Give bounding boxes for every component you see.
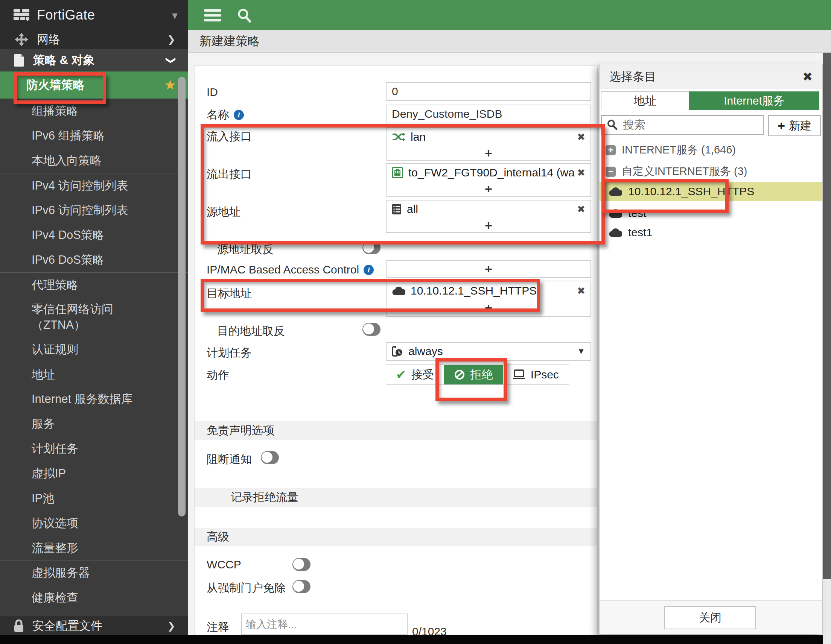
group-internet-services[interactable]: + INTERNET服务 (1,646) xyxy=(600,141,822,159)
advanced-section-header: 高级 xyxy=(194,528,597,546)
cloud-icon xyxy=(608,186,622,196)
source-negate-label: 源地址取反 xyxy=(217,242,274,257)
comments-field[interactable] xyxy=(241,614,408,634)
sidebar-item-schedules[interactable]: 计划任务 xyxy=(0,436,188,461)
sidebar-item-network[interactable]: 网络 ❯ xyxy=(0,30,188,49)
list-item-selected-service[interactable]: 10.10.12.1_SSH_HTTPS xyxy=(600,182,822,201)
menu-button[interactable] xyxy=(204,9,221,24)
remove-icon[interactable]: ✖ xyxy=(577,167,585,179)
dest-negate-toggle[interactable] xyxy=(363,323,380,336)
sidebar-item-ipv6-acl[interactable]: IPv6 访问控制列表 xyxy=(0,198,188,223)
add-entry-button[interactable]: + xyxy=(387,218,591,233)
destination-address-box: 10.10.12.1_SSH_HTTPS ✖ + xyxy=(386,281,591,317)
sidebar-item-ipv6-multicast-policy[interactable]: IPv6 组播策略 xyxy=(0,123,188,148)
id-field[interactable] xyxy=(386,82,591,101)
destination-address-label: 目标地址 xyxy=(207,286,252,301)
search-input[interactable] xyxy=(622,118,758,132)
list-item-test[interactable]: test xyxy=(600,204,822,223)
sidebar-item-health-check[interactable]: 健康检查 xyxy=(0,585,188,610)
sidebar-item-ipv6-dos-policy[interactable]: IPv6 DoS策略 xyxy=(0,248,188,272)
sidebar-item-addresses[interactable]: 地址 xyxy=(0,362,188,387)
sidebar-item-policy-objects[interactable]: 策略 & 对象 ❯ xyxy=(0,49,188,72)
deny-icon xyxy=(454,369,465,380)
block-notify-toggle[interactable] xyxy=(261,451,279,464)
group-custom-internet-services[interactable]: − 自定义INTERNET服务 (3) xyxy=(600,162,822,181)
close-button[interactable]: 关闭 xyxy=(664,606,756,629)
fortigate-logo-icon xyxy=(13,8,30,22)
list-item-test1[interactable]: test1 xyxy=(600,223,822,242)
close-icon[interactable]: ✖ xyxy=(802,70,813,84)
sidebar-item-traffic-shaping[interactable]: 流量整形 xyxy=(0,536,188,560)
sidebar-item-ztna[interactable]: 零信任网络访问（ZTNA） xyxy=(0,297,188,337)
remove-icon[interactable]: ✖ xyxy=(577,131,585,143)
expand-icon[interactable]: + xyxy=(606,145,616,155)
sidebar-item-virtual-server[interactable]: 虚拟服务器 xyxy=(0,560,188,585)
check-icon: ✔ xyxy=(396,367,406,382)
brand[interactable]: FortiGate ▾ xyxy=(0,0,188,30)
sidebar-item-protocol-options[interactable]: 协议选项 xyxy=(0,511,188,536)
incoming-interface-label: 流入接口 xyxy=(207,129,252,145)
cloud-icon xyxy=(608,227,622,237)
tab-internet-service[interactable]: Internet服务 xyxy=(689,91,819,110)
plus-icon: + xyxy=(778,119,785,133)
sidebar-item-internet-service-db[interactable]: Internet 服务数据库 xyxy=(0,387,188,412)
dropdown-caret-icon: ▼ xyxy=(577,347,585,356)
sidebar-item-security-profiles[interactable]: 安全配置文件 ❯ xyxy=(0,616,188,636)
sidebar-item-label: 安全配置文件 xyxy=(32,618,102,634)
schedule-label: 计划任务 xyxy=(207,345,252,361)
sidebar-item-multicast-policy[interactable]: 组播策略 xyxy=(0,99,188,123)
schedule-clock-icon xyxy=(392,346,403,357)
add-entry-button[interactable]: + xyxy=(387,181,591,196)
captive-exempt-toggle[interactable] xyxy=(293,580,310,593)
ethernet-port-icon xyxy=(392,167,403,178)
add-entry-button[interactable]: + xyxy=(387,146,591,161)
add-entry-button[interactable]: + xyxy=(387,300,591,315)
chevron-right-icon: ❯ xyxy=(167,34,175,46)
ipmac-box: + xyxy=(386,260,591,278)
caret-down-icon[interactable]: ▾ xyxy=(172,9,178,22)
sidebar-item-ipv4-acl[interactable]: IPv4 访问控制列表 xyxy=(0,173,188,198)
wccp-toggle[interactable] xyxy=(293,558,310,571)
outgoing-interface-entry[interactable]: to_FW2_FGT90D_internal14 (wa ✖ xyxy=(387,164,591,181)
source-address-entry[interactable]: all ✖ xyxy=(387,200,591,218)
sidebar-item-firewall-policy[interactable]: 防火墙策略 ★ xyxy=(0,72,188,99)
action-deny-button[interactable]: 拒绝 xyxy=(444,365,503,385)
panel-header: 选择条目 ✖ xyxy=(600,64,822,89)
action-accept-button[interactable]: ✔ 接受 xyxy=(386,365,444,385)
wccp-label: WCCP xyxy=(207,558,241,571)
remove-icon[interactable]: ✖ xyxy=(577,204,585,215)
sidebar-item-ipv4-dos-policy[interactable]: IPv4 DoS策略 xyxy=(0,223,188,248)
panel-search[interactable] xyxy=(601,115,764,135)
panel-title: 选择条目 xyxy=(609,69,656,85)
search-icon[interactable] xyxy=(236,8,253,24)
sidebar-scrollbar[interactable] xyxy=(178,77,186,517)
favorite-star-icon[interactable]: ★ xyxy=(164,77,176,93)
new-button[interactable]: + 新建 xyxy=(768,115,821,136)
info-icon: i xyxy=(364,265,374,275)
sidebar-item-ip-pool[interactable]: IP池 xyxy=(0,486,188,511)
sidebar-item-proxy-policy[interactable]: 代理策略 xyxy=(0,272,188,297)
panel-tabs: 地址 Internet服务 xyxy=(601,91,819,110)
brand-title: FortiGate xyxy=(37,7,95,23)
name-field[interactable] xyxy=(386,105,591,123)
info-icon: i xyxy=(234,110,244,120)
incoming-interface-entry[interactable]: lan ✖ xyxy=(387,128,591,146)
tab-address[interactable]: 地址 xyxy=(601,91,689,110)
action-label: 动作 xyxy=(207,367,229,383)
block-notify-label: 阻断通知 xyxy=(207,452,252,467)
action-ipsec-button[interactable]: IPsec xyxy=(503,365,569,385)
destination-address-entry[interactable]: 10.10.12.1_SSH_HTTPS ✖ xyxy=(387,281,591,300)
add-entry-button[interactable]: + xyxy=(387,261,591,277)
sidebar-item-virtual-ip[interactable]: 虚拟IP xyxy=(0,461,188,486)
fortigate-app: FortiGate ▾ 网络 ❯ 策略 & 对象 ❯ xyxy=(0,0,831,644)
source-negate-toggle[interactable] xyxy=(363,241,380,254)
sidebar-item-services[interactable]: 服务 xyxy=(0,412,188,436)
top-bar xyxy=(188,0,831,30)
shuffle-arrows-icon xyxy=(392,131,405,143)
page-scrollbar[interactable] xyxy=(823,30,831,579)
remove-icon[interactable]: ✖ xyxy=(577,285,585,297)
collapse-icon[interactable]: − xyxy=(606,167,616,177)
schedule-select[interactable]: always ▼ xyxy=(386,342,591,361)
sidebar-item-local-in-policy[interactable]: 本地入向策略 xyxy=(0,148,188,173)
sidebar-item-auth-rules[interactable]: 认证规则 xyxy=(0,337,188,362)
